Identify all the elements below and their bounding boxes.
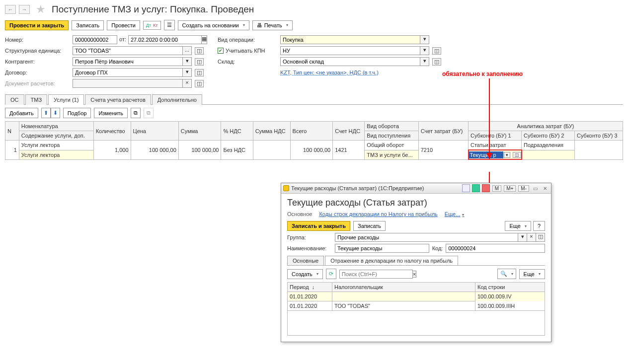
unit-input[interactable] [73, 46, 183, 55]
cell-nom[interactable]: Услуги лектора [19, 141, 93, 150]
settlement-doc-input [73, 79, 183, 88]
cell-turn[interactable]: Общий оборот [365, 141, 418, 150]
col-total: Всего [290, 122, 333, 141]
cell-vat[interactable]: Без НДС [221, 141, 253, 160]
kpn-dropdown[interactable]: ▾ [420, 46, 429, 55]
col-sub2: Субконто (БУ) 2 [522, 131, 575, 141]
sub1-selected-text: Текущие р [469, 151, 504, 158]
required-annotation: обязательно к заполнению [442, 71, 523, 77]
cell-sum[interactable]: 100 000,00 [178, 141, 221, 160]
main-tabs: ОС ТМЗ Услуги (1) Счета учета расчетов Д… [5, 94, 623, 105]
move-down-button[interactable]: ⬇ [51, 108, 60, 118]
col-n: N [5, 122, 19, 141]
cell-nom2[interactable]: Услуги лектора [19, 150, 93, 159]
col-nomenclature: Номенклатура [19, 122, 93, 131]
cell-sub2-value[interactable] [522, 150, 575, 159]
unit-label: Структурная единица: [5, 48, 70, 54]
add-row-button[interactable]: Добавить [5, 108, 38, 118]
cell-turn2[interactable]: ТМЗ и услуги бе... [365, 150, 418, 159]
warehouse-label: Склад: [218, 59, 277, 65]
contract-label: Договор: [5, 70, 70, 75]
unit-pick[interactable]: ... [183, 46, 192, 55]
cell-price[interactable]: 100 000,00 [131, 141, 178, 160]
settlement-doc-open[interactable]: ◫ [195, 80, 204, 87]
number-label: Номер: [5, 37, 70, 43]
col-vatsum: Сумма НДС [253, 122, 290, 141]
settlement-doc-label: Документ расчетов: [5, 80, 70, 86]
price-info-link[interactable]: KZT, Тип цен: <не указан>, НДС (в т.ч.) [280, 70, 429, 75]
edit-button[interactable]: Изменить [94, 108, 128, 118]
tab-accounts[interactable]: Счета учета расчетов [85, 94, 151, 105]
cell-vatsum[interactable] [253, 141, 290, 160]
counterparty-label: Контрагент: [5, 59, 70, 65]
cell-total[interactable]: 100 000,00 [290, 141, 333, 160]
warehouse-input[interactable] [280, 57, 420, 66]
warehouse-open[interactable]: ◫ [432, 58, 441, 66]
sub1-dropdown-icon[interactable]: ▾ [504, 152, 510, 158]
page-title: Поступление ТМЗ и услуг: Покупка. Провед… [52, 4, 254, 15]
cell-vatacc[interactable]: 1421 [333, 141, 365, 160]
col-receipt-type: Вид поступления [365, 131, 418, 141]
star-icon[interactable]: ★ [36, 3, 46, 16]
date-input[interactable] [128, 35, 202, 44]
cell-sub1-header[interactable]: Статьи затрат [469, 141, 522, 150]
contract-open[interactable]: ◫ [195, 69, 204, 76]
col-price: Цена [131, 122, 178, 141]
contract-input[interactable] [73, 68, 183, 77]
tab-additional[interactable]: Дополнительно [152, 94, 202, 105]
tab-services[interactable]: Услуги (1) [48, 94, 84, 105]
move-up-button[interactable]: ⬆ [41, 108, 51, 118]
date-from-label: от: [117, 35, 128, 44]
operation-label: Вид операции: [218, 37, 277, 43]
counterparty-input[interactable] [73, 57, 183, 66]
sub1-open-icon[interactable]: ◫ [513, 152, 521, 158]
col-vatacc: Счет НДС [333, 122, 365, 141]
counterparty-dropdown[interactable]: ▾ [183, 57, 192, 66]
kpn-label: Учитывать КПН [226, 48, 265, 54]
operation-dropdown[interactable]: ▾ [420, 35, 429, 44]
create-based-button[interactable]: Создать на основании [178, 20, 249, 30]
print-button[interactable]: Печать [252, 20, 293, 30]
cell-sub1-value[interactable]: Текущие р ▾ ◫ [469, 150, 522, 159]
settlement-doc-clear[interactable]: × [183, 79, 192, 88]
nav-forward[interactable]: → [19, 5, 30, 14]
copy-icon[interactable]: ⧉ [131, 108, 141, 118]
printer-icon [257, 22, 262, 28]
write-button[interactable]: Записать [72, 20, 104, 30]
kpn-input[interactable] [280, 46, 420, 55]
number-input[interactable] [73, 35, 117, 44]
col-costacc: Счет затрат (БУ) [418, 122, 468, 141]
col-analytics: Аналитика затрат (БУ) [469, 122, 623, 131]
cell-costacc[interactable]: 7210 [418, 141, 468, 160]
warehouse-dropdown[interactable]: ▾ [420, 57, 429, 66]
post-button[interactable]: Провести [107, 20, 140, 30]
tab-os[interactable]: ОС [5, 94, 24, 105]
cell-n: 1 [5, 141, 19, 160]
cell-sub2-header[interactable]: Подразделения [522, 141, 575, 150]
pick-button[interactable]: Подбор [63, 108, 91, 118]
col-nomenclature-2: Содержание услуги, доп. [19, 131, 93, 141]
kpn-open[interactable]: ◫ [432, 47, 441, 55]
cell-qty[interactable]: 1,000 [93, 141, 131, 160]
col-qty: Количество [93, 122, 131, 141]
col-vat: % НДС [221, 122, 253, 141]
cell-sub3[interactable] [575, 141, 623, 160]
operation-input[interactable] [280, 35, 420, 44]
services-grid[interactable]: N Номенклатура Количество Цена Сумма % Н… [5, 121, 623, 160]
col-sub1: Субконто (БУ) 1 [469, 131, 522, 141]
structure-icon[interactable]: ☰ [164, 20, 175, 30]
counterparty-open[interactable]: ◫ [195, 58, 204, 66]
dt-kt-icon[interactable]: ДтКт [143, 21, 161, 30]
nav-back[interactable]: ← [5, 5, 16, 14]
paste-icon[interactable]: ⧉ [144, 108, 154, 118]
col-sum: Сумма [178, 122, 221, 141]
kpn-checkbox[interactable]: ✔ [218, 48, 224, 54]
unit-open[interactable]: ◫ [195, 47, 204, 55]
contract-dropdown[interactable]: ▾ [183, 68, 192, 77]
print-label: Печать [264, 22, 282, 28]
calendar-icon[interactable]: ▦ [202, 35, 207, 44]
col-sub3: Субконто (БУ) 3 [575, 131, 623, 141]
post-and-close-button[interactable]: Провести и закрыть [5, 20, 69, 30]
tab-tmz[interactable]: ТМЗ [25, 94, 48, 105]
table-row[interactable]: 1 Услуги лектора 1,000 100 000,00 100 00… [5, 141, 623, 150]
